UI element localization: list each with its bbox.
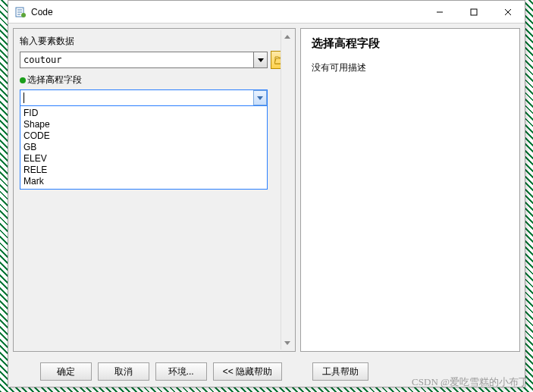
maximize-button[interactable] <box>456 1 491 23</box>
elevation-field-dropdown-list: FID Shape CODE GB ELEV RELE Mark <box>20 106 268 190</box>
help-title: 选择高程字段 <box>312 36 509 51</box>
elevation-field-label: 选择高程字段 <box>20 74 289 86</box>
required-marker-icon <box>20 77 26 83</box>
list-item[interactable]: ELEV <box>20 153 267 165</box>
elevation-field-dropdown-button[interactable] <box>253 90 267 105</box>
panel-scrollbar[interactable] <box>281 30 293 350</box>
elevation-field-combo[interactable]: FID Shape CODE GB ELEV RELE Mark <box>20 89 268 106</box>
text-caret <box>24 93 24 103</box>
watermark: CSDN @爱吃雪糕的小布丁 <box>412 375 528 389</box>
help-panel: 选择高程字段 没有可用描述 <box>300 28 520 352</box>
list-item[interactable]: FID <box>20 108 267 119</box>
ok-button[interactable]: 确定 <box>40 362 92 381</box>
list-item[interactable]: CODE <box>20 130 267 142</box>
svg-point-1 <box>21 13 26 17</box>
app-icon <box>14 6 27 18</box>
input-feature-dropdown-button[interactable] <box>254 52 268 68</box>
minimize-button[interactable] <box>422 1 456 23</box>
list-item[interactable]: RELE <box>20 165 267 176</box>
environments-button[interactable]: 环境... <box>155 362 207 381</box>
titlebar: Code <box>8 1 525 24</box>
window-title: Code <box>31 7 422 17</box>
svg-rect-3 <box>471 9 477 15</box>
input-feature-label: 输入要素数据 <box>20 35 289 48</box>
cancel-button[interactable]: 取消 <box>98 362 149 381</box>
elevation-field-input[interactable] <box>20 89 268 106</box>
list-item[interactable]: GB <box>20 142 267 153</box>
scroll-down-button[interactable] <box>281 337 293 350</box>
tool-help-button[interactable]: 工具帮助 <box>312 362 368 381</box>
list-item[interactable]: Shape <box>20 119 267 130</box>
input-feature-field[interactable] <box>20 52 254 68</box>
dialog-window: Code 输入要素数据 选择高程字段 <box>8 0 525 387</box>
input-feature-row <box>20 51 289 69</box>
window-controls <box>422 1 525 23</box>
list-item[interactable]: Mark <box>20 176 267 187</box>
help-body: 没有可用描述 <box>312 61 509 74</box>
close-button[interactable] <box>491 1 525 23</box>
parameters-panel: 输入要素数据 选择高程字段 FID Shape CODE GB <box>13 28 296 352</box>
hide-help-button[interactable]: << 隐藏帮助 <box>213 362 282 381</box>
scroll-up-button[interactable] <box>281 30 293 43</box>
content-area: 输入要素数据 选择高程字段 FID Shape CODE GB <box>8 24 525 356</box>
